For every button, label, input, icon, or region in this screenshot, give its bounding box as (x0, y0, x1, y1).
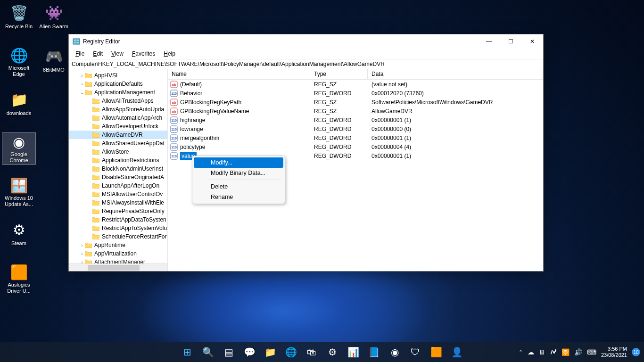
taskbar-edge[interactable]: 🌐 (282, 343, 300, 361)
clock-time: 3:56 PM (601, 346, 627, 352)
minimize-button[interactable]: — (478, 34, 500, 49)
menu-edit[interactable]: Edit (89, 49, 107, 58)
tree-expand-icon[interactable]: › (79, 73, 85, 78)
taskbar-search[interactable]: 🔍 (199, 343, 217, 361)
tree-hscrollbar[interactable] (69, 263, 167, 271)
taskbar-store[interactable]: 🛍 (303, 343, 321, 361)
tree-node[interactable]: ScheduleForceRestartFor (69, 232, 167, 241)
context-item-modify-binary-data[interactable]: Modify Binary Data... (194, 168, 283, 178)
desktop-icon-auslogics[interactable]: 🟧Auslogics Driver U... (2, 262, 36, 295)
desktop-icon-8bitmmo[interactable]: 🎮8BitMMO (37, 45, 71, 78)
tray-icon-1[interactable]: 🖥 (539, 348, 545, 356)
taskbar-start[interactable]: ⊞ (178, 343, 196, 361)
desktop-icon-edge[interactable]: 🌐Microsoft Edge (2, 45, 36, 78)
col-header-type[interactable]: Type (310, 69, 368, 79)
tree-node[interactable]: AllowDeveloperUnlock (69, 122, 167, 131)
tree-expand-icon[interactable]: › (79, 243, 85, 248)
menu-view[interactable]: View (107, 49, 127, 58)
maximize-button[interactable]: ☐ (500, 34, 521, 49)
taskbar-app3[interactable]: 👤 (448, 343, 466, 361)
tray-icon-2[interactable]: 🗲 (550, 348, 557, 356)
tree-node[interactable]: RestrictAppToSystemVolu (69, 224, 167, 232)
tray-icon-0[interactable]: ☁ (528, 348, 534, 356)
tree-node[interactable]: ApplicationRestrictions (69, 156, 167, 165)
tree-node[interactable]: DisableStoreOriginatedA (69, 173, 167, 181)
tree-node[interactable]: MSIAllowUserControlOv (69, 190, 167, 198)
desktop-icon-chrome[interactable]: ◉Google Chrome (2, 132, 36, 165)
tree-label: LaunchAppAfterLogOn (102, 182, 159, 189)
tree-node[interactable]: AllowStore (69, 148, 167, 156)
context-item-delete[interactable]: Delete (194, 181, 283, 192)
tree-node[interactable]: AllowSharedUserAppDat (69, 139, 167, 148)
dword-icon: 110 (170, 143, 178, 151)
taskbar-chrome[interactable]: ◉ (386, 343, 404, 361)
tree-node[interactable]: AllowGameDVR (69, 131, 167, 139)
tree-node[interactable]: AllowAppStoreAutoUpda (69, 105, 167, 114)
value-type: REG_DWORD (310, 135, 368, 141)
folder-icon (92, 225, 100, 231)
notification-badge[interactable]: 10 (632, 348, 640, 356)
context-item-modify[interactable]: Modify... (194, 157, 283, 168)
tree-node[interactable]: ›ApplicationDefaults (69, 80, 167, 88)
value-row[interactable]: ab(Default)REG_SZ(value not set) (168, 80, 543, 89)
menu-favorites[interactable]: Favorites (128, 49, 159, 58)
value-row[interactable]: 110lowrangeREG_DWORD0x00000000 (0) (168, 124, 543, 133)
tree-label: AllowSharedUserAppDat (102, 140, 165, 147)
value-row[interactable]: abGPBlockingRegKeyPathREG_SZSoftware\Pol… (168, 98, 543, 107)
folder-icon (85, 242, 92, 248)
tray-icon-4[interactable]: 🔊 (574, 348, 582, 356)
tree-expand-icon[interactable]: ⌄ (79, 90, 85, 95)
value-row[interactable]: abGPBlockingRegValueNameREG_SZAllowGameD… (168, 107, 543, 115)
tree-node[interactable]: ›AppHVSI (69, 71, 167, 80)
value-row[interactable]: 110BehaviorREG_DWORD0x00012020 (73760) (168, 89, 543, 98)
col-header-name[interactable]: Name (168, 69, 310, 79)
taskbar-security[interactable]: 🛡 (406, 343, 424, 361)
taskbar-word[interactable]: 📘 (365, 343, 383, 361)
taskbar-chat[interactable]: 💬 (240, 343, 258, 361)
value-row[interactable]: 110mergealgorithmREG_DWORD0x00000001 (1) (168, 133, 543, 142)
taskbar-taskview[interactable]: ▤ (220, 343, 238, 361)
tree-node[interactable]: ⌄ApplicationManagement (69, 88, 167, 97)
context-separator (209, 180, 281, 180)
desktop-icon-alien-swarm[interactable]: 👾Alien Swarm (37, 2, 71, 35)
registry-tree[interactable]: ›AppHVSI›ApplicationDefaults⌄Application… (69, 69, 168, 271)
col-header-data[interactable]: Data (368, 69, 543, 79)
tree-node[interactable]: MSIAlwaysInstallWithEle (69, 198, 167, 207)
tree-node[interactable]: AllowAllTrustedApps (69, 97, 167, 105)
folder-icon (92, 233, 100, 240)
titlebar[interactable]: Registry Editor — ☐ ✕ (69, 34, 543, 49)
taskbar-app2[interactable]: 🟧 (427, 343, 445, 361)
value-row[interactable]: 110highrangeREG_DWORD0x00000001 (1) (168, 115, 543, 124)
menu-file[interactable]: File (72, 49, 88, 58)
tree-node[interactable]: RequirePrivateStoreOnly (69, 207, 167, 215)
tray-chevron-icon[interactable]: ⌃ (519, 349, 523, 355)
taskbar-app1[interactable]: 📊 (344, 343, 362, 361)
context-item-rename[interactable]: Rename (194, 192, 283, 202)
tray-icon-3[interactable]: 🛜 (561, 348, 570, 356)
tree-expand-icon[interactable]: › (79, 251, 85, 256)
menu-help[interactable]: Help (160, 49, 179, 58)
tree-node[interactable]: ›AppVirtualization (69, 249, 167, 258)
tree-node[interactable]: ›AppRuntime (69, 241, 167, 249)
close-button[interactable]: ✕ (521, 34, 543, 49)
svg-text:110: 110 (171, 155, 177, 158)
value-row[interactable]: 110policytypeREG_DWORD0x00000004 (4) (168, 142, 543, 151)
desktop-icon-label: Microsoft Edge (3, 65, 35, 77)
desktop-icon-steam[interactable]: ⚙Steam (2, 219, 36, 252)
taskbar-settings[interactable]: ⚙ (323, 343, 341, 361)
tree-node[interactable]: BlockNonAdminUserInst (69, 165, 167, 173)
desktop-icon-downloads[interactable]: 📁downloads (2, 89, 36, 122)
taskbar-clock[interactable]: 3:56 PM 23/08/2021 (601, 346, 627, 358)
tray-icon-5[interactable]: ⌨ (587, 348, 596, 356)
address-bar[interactable]: Computer\HKEY_LOCAL_MACHINE\SOFTWARE\Mic… (69, 59, 543, 69)
desktop-icon-win10update[interactable]: 🪟Windows 10 Update As... (2, 175, 36, 208)
tree-expand-icon[interactable]: › (79, 82, 85, 87)
tree-node[interactable]: RestrictAppDataToSysten (69, 215, 167, 224)
desktop-icon-recycle-bin[interactable]: 🗑️Recycle Bin (2, 2, 36, 35)
tree-hscroll-thumb[interactable] (88, 265, 140, 271)
tree-node[interactable]: LaunchAppAfterLogOn (69, 181, 167, 190)
svg-text:110: 110 (171, 119, 177, 122)
tree-node[interactable]: AllowAutomaticAppArch (69, 114, 167, 122)
list-header[interactable]: Name Type Data (168, 69, 543, 80)
taskbar-explorer[interactable]: 📁 (261, 343, 279, 361)
